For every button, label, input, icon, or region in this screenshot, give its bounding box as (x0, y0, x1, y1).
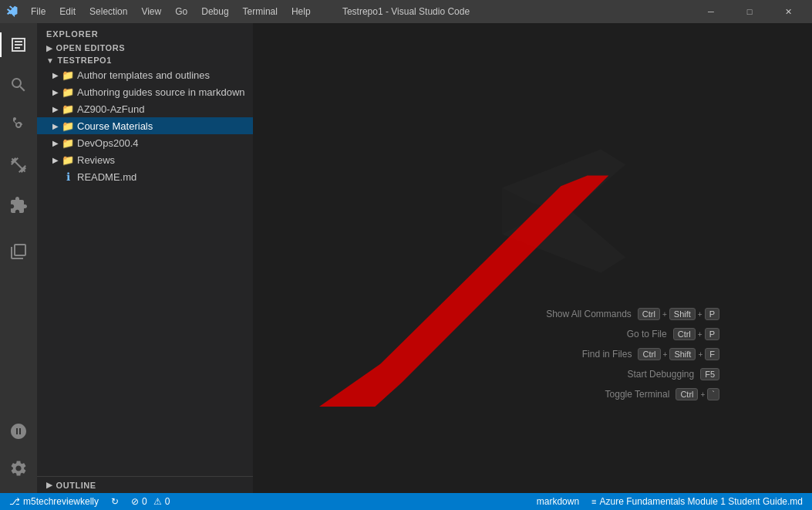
tree-item-label: Authoring guides source in markdown (77, 86, 253, 98)
status-bar-left: ⎇ m5techreviewkelly ↻ ⊘ 0 ⚠ 0 (6, 496, 173, 507)
menu-view[interactable]: View (135, 5, 167, 19)
extensions-activity-icon[interactable] (0, 187, 37, 224)
menu-bar[interactable]: File Edit Selection View Go Debug Termin… (25, 5, 317, 19)
kbd-group: Ctrl + Shift + P (638, 308, 719, 320)
tree-item-label: DevOps200.4 (77, 137, 253, 149)
tree-item-devops[interactable]: ▶ 📁 DevOps200.4 (37, 134, 253, 151)
folder-arrow-icon: ▶ (49, 139, 62, 147)
kbd: Ctrl (676, 388, 698, 400)
errors-warnings-status[interactable]: ⊘ 0 ⚠ 0 (128, 496, 173, 507)
kbd-group: Ctrl + P (673, 328, 719, 340)
shortcut-list: Show All Commands Ctrl + Shift + P Go to… (546, 308, 719, 400)
git-branch-status[interactable]: ⎇ m5techreviewkelly (6, 496, 102, 507)
kbd: P (705, 328, 719, 340)
language-label: markdown (537, 496, 579, 507)
open-editors-section[interactable]: ▶ OPEN EDITORS (37, 42, 253, 54)
git-branch-icon: ⎇ (9, 496, 20, 507)
folder-arrow-icon: ▶ (49, 156, 62, 164)
shortcut-row-commands: Show All Commands Ctrl + Shift + P (546, 308, 719, 320)
menu-edit[interactable]: Edit (53, 5, 82, 19)
menu-go[interactable]: Go (169, 5, 194, 19)
folder-icon: 📁 (62, 120, 74, 132)
folder-icon: 📁 (62, 69, 74, 81)
menu-debug[interactable]: Debug (195, 5, 234, 19)
folder-icon: 📁 (62, 103, 74, 115)
shortcut-label: Toggle Terminal (605, 389, 670, 400)
docker-activity-icon[interactable] (0, 413, 37, 450)
file-label: ≡ (591, 497, 596, 506)
kbd-group: Ctrl + ` (676, 388, 719, 400)
folder-arrow-icon: ▶ (49, 105, 62, 113)
open-editors-label: OPEN EDITORS (56, 43, 126, 52)
error-count: 0 (142, 496, 147, 507)
kbd: Shift (669, 308, 696, 320)
info-circle-icon: ℹ (62, 171, 74, 183)
folder-arrow-icon: ▶ (49, 88, 62, 96)
menu-selection[interactable]: Selection (83, 5, 133, 19)
menu-help[interactable]: Help (285, 5, 317, 19)
kbd-plus: + (698, 310, 702, 319)
sidebar-spacer (37, 185, 253, 476)
file-name: Azure Fundamentals Module 1 Student Guid… (600, 496, 803, 507)
tree-item-authoring-guides[interactable]: ▶ 📁 Authoring guides source in markdown (37, 83, 253, 100)
tree-item-label: README.md (77, 171, 253, 183)
kbd-plus: + (698, 350, 702, 359)
outline-section[interactable]: ▶ OUTLINE (37, 476, 253, 493)
kbd: Ctrl (673, 328, 696, 340)
activity-bar (0, 23, 37, 493)
settings-activity-icon[interactable] (0, 450, 37, 487)
kbd: ` (707, 388, 719, 400)
vscode-logo-icon (6, 5, 19, 18)
repo-section[interactable]: ▼ TESTREPO1 (37, 54, 253, 66)
folder-icon: 📁 (62, 154, 74, 166)
kbd-plus: + (700, 390, 705, 399)
sync-icon: ↻ (111, 496, 119, 507)
shortcut-label: Go to File (627, 329, 667, 339)
kbd: Shift (669, 348, 696, 360)
menu-terminal[interactable]: Terminal (237, 5, 284, 19)
warning-count: 0 (165, 496, 170, 507)
tree-item-readme[interactable]: ▶ ℹ README.md (37, 168, 253, 185)
maximize-button[interactable]: □ (732, 0, 767, 23)
shortcut-row-find: Find in Files Ctrl + Shift + F (582, 348, 719, 360)
repo-arrow: ▼ (46, 56, 54, 65)
source-control-activity-icon[interactable] (0, 106, 37, 144)
minimize-button[interactable]: ─ (693, 0, 729, 23)
tree-item-label: Reviews (77, 154, 253, 166)
window-controls[interactable]: ─ □ ✕ (693, 0, 806, 23)
open-editors-arrow: ▶ (46, 44, 53, 52)
vscode-watermark (487, 133, 641, 290)
debug-activity-icon[interactable] (0, 147, 37, 184)
kbd-plus: + (663, 350, 668, 359)
kbd-group: F5 (700, 368, 719, 380)
close-button[interactable]: ✕ (770, 0, 806, 23)
kbd: Ctrl (638, 308, 660, 320)
shortcut-row-file: Go to File Ctrl + P (627, 328, 719, 340)
title-bar: File Edit Selection View Go Debug Termin… (0, 0, 812, 23)
repo-label: TESTREPO1 (57, 56, 111, 65)
kbd: Ctrl (638, 348, 660, 360)
tree-item-label: Course Materials (77, 120, 253, 132)
sync-status[interactable]: ↻ (108, 496, 122, 507)
shortcut-label: Show All Commands (546, 309, 632, 319)
tree-item-reviews[interactable]: ▶ 📁 Reviews (37, 151, 253, 168)
explorer-activity-icon[interactable] (0, 26, 37, 63)
tree-item-course-materials[interactable]: ▶ 📁 Course Materials (37, 117, 253, 134)
tree-item-label: Author templates and outlines (77, 69, 253, 81)
title-bar-left: File Edit Selection View Go Debug Termin… (6, 5, 317, 19)
explorer-header: EXPLORER (37, 23, 253, 42)
file-status[interactable]: ≡ Azure Fundamentals Module 1 Student Gu… (588, 496, 806, 507)
tree-item-author-templates[interactable]: ▶ 📁 Author templates and outlines (37, 66, 253, 83)
window-title: Testrepo1 - Visual Studio Code (342, 6, 470, 17)
search-activity-icon[interactable] (0, 66, 37, 103)
editor-area: Show All Commands Ctrl + Shift + P Go to… (253, 23, 812, 493)
folder-icon: 📁 (62, 137, 74, 149)
remote-activity-icon[interactable] (0, 233, 37, 270)
folder-arrow-icon: ▶ (49, 122, 62, 130)
language-status[interactable]: markdown (534, 496, 582, 507)
outline-label: OUTLINE (56, 481, 96, 490)
menu-file[interactable]: File (25, 5, 52, 19)
tree-item-az900[interactable]: ▶ 📁 AZ900-AzFund (37, 100, 253, 117)
shortcut-label: Find in Files (582, 349, 632, 360)
error-icon: ⊘ (131, 496, 139, 507)
